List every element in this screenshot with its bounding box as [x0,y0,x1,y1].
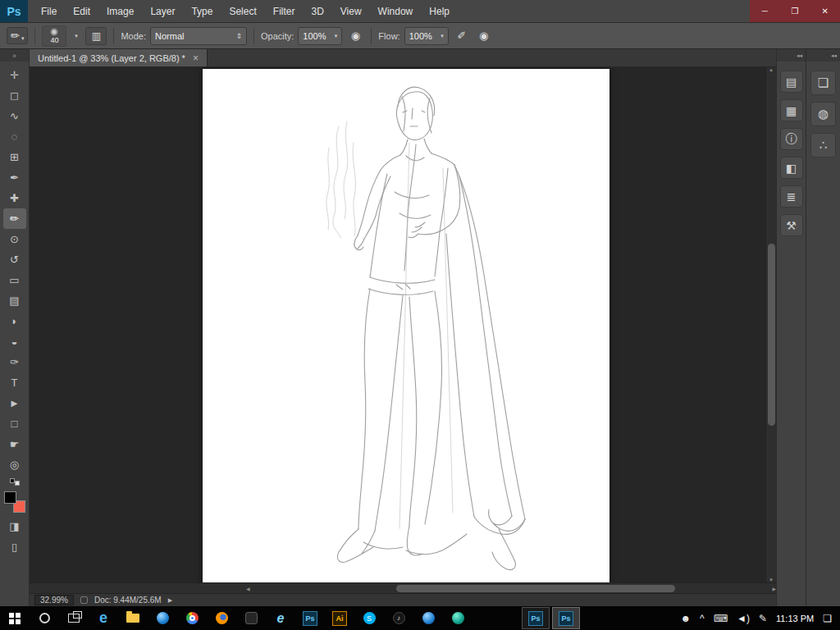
scroll-left-icon[interactable]: ◀ [246,586,250,591]
rectangle-tool[interactable]: □ [3,413,26,434]
menu-help[interactable]: Help [421,0,458,23]
tab-close-button[interactable]: × [193,52,199,64]
menu-layer[interactable]: Layer [142,0,183,23]
flow-dropdown[interactable]: 100% ▾ [404,27,449,45]
firefox-button[interactable] [207,606,236,630]
menu-image[interactable]: Image [98,0,142,23]
status-options-arrow[interactable]: ▶ [168,597,172,604]
horizontal-scrollbar[interactable]: ◀ ▶ [30,582,776,593]
pressure-opacity-icon: ◉ [351,30,360,42]
music-app-button[interactable]: ♪ [384,606,413,630]
pinned-app-button[interactable] [413,606,443,630]
document-tab[interactable]: Untitled-1 @ 33% (Layer 2, RGB/8) * × [30,49,208,66]
channels-panel-button[interactable]: ◍ [810,102,836,126]
eraser-tool[interactable]: ▭ [3,270,26,290]
gradient-tool[interactable]: ▤ [3,290,26,311]
menu-edit[interactable]: Edit [65,0,98,23]
hidden-icons-chevron[interactable]: ^ [700,613,705,624]
dodge-tool[interactable]: ◒ [3,331,26,352]
pressure-opacity-button[interactable]: ◉ [346,30,364,42]
opacity-dropdown[interactable]: 100% ▾ [298,27,342,45]
restore-button[interactable]: ❐ [780,0,810,22]
menu-view[interactable]: View [332,0,370,23]
touch-keyboard-icon[interactable]: ⌨ [714,613,728,624]
action-center-icon[interactable]: ❏ [823,613,832,624]
tools-panel-collapse-button[interactable]: » [0,49,29,62]
histogram-panel-button[interactable]: ◧ [780,157,803,179]
blur-tool[interactable]: ◗ [3,311,26,331]
pinned-app-button[interactable] [148,606,177,630]
quick-mask-button[interactable]: ◨ [3,516,26,536]
menu-select[interactable]: Select [221,0,264,23]
vertical-scrollbar[interactable]: ▲ ▼ [765,67,776,582]
windows-ink-icon[interactable]: ✎ [759,613,767,624]
skype-button[interactable]: S [354,606,384,630]
task-view-button[interactable] [59,606,89,630]
paths-panel-button[interactable]: ∴ [810,133,836,158]
layers-panel-button[interactable]: ❏ [810,71,836,95]
volume-icon[interactable]: ◄) [737,613,750,624]
menu-filter[interactable]: Filter [265,0,304,23]
layer-comps-panel-button[interactable]: ≣ [780,185,803,208]
clone-stamp-tool[interactable]: ⊙ [3,229,26,249]
illustrator-pinned-button[interactable]: Ai [325,606,354,630]
people-icon[interactable]: ☻ [680,613,691,624]
pressure-size-button[interactable]: ◉ [475,30,493,42]
minimize-button[interactable]: ─ [750,0,780,22]
pinned-app-button[interactable] [236,606,266,630]
blue-app-icon [422,612,435,624]
pen-tool[interactable]: ✑ [3,352,26,372]
default-colors-icon[interactable] [10,478,20,486]
brush-tool[interactable]: ✏ [3,208,26,229]
skype-icon: S [363,612,376,624]
panel-expand-button[interactable]: ◂◂ [806,49,840,62]
info-panel-button[interactable]: ⓘ [780,128,803,150]
horizontal-scrollbar-thumb[interactable] [396,585,675,592]
tool-presets-panel-button[interactable]: ⚒ [780,214,803,236]
menu-type[interactable]: Type [183,0,221,23]
airbrush-button[interactable]: ✐ [453,30,471,42]
path-selection-tool[interactable]: ► [3,393,26,413]
brush-picker-caret[interactable]: ▾ [71,33,81,39]
internet-explorer-button[interactable]: e [266,606,295,630]
clock[interactable]: 11:13 PM [776,614,814,623]
vertical-scrollbar-thumb[interactable] [768,244,775,426]
hand-tool[interactable]: ☛ [3,434,26,454]
edge-button[interactable]: e [89,606,118,630]
swatches-panel-button[interactable]: ▦ [780,99,803,121]
chrome-button[interactable] [177,606,207,630]
search-button[interactable] [30,606,59,630]
rectangular-marquee-tool[interactable]: ◻ [3,85,26,106]
photoshop-window-button-2[interactable]: Ps [552,607,580,629]
panel-expand-button[interactable]: ◂◂ [777,49,806,62]
tool-preset-picker[interactable]: ✏ ▾ [7,27,28,44]
menu-window[interactable]: Window [370,0,422,23]
start-button[interactable] [0,606,30,630]
scroll-down-icon[interactable]: ▼ [769,578,774,582]
menu-3d[interactable]: 3D [303,0,331,23]
crop-tool[interactable]: ⊞ [3,147,26,167]
screen-mode-button[interactable]: ▯ [3,536,26,557]
photoshop-pinned-button[interactable]: Ps [295,606,325,630]
eyedropper-tool[interactable]: ✒ [3,167,26,188]
pinned-app-button[interactable] [443,606,472,630]
zoom-level-field[interactable]: 32.99% [34,595,74,605]
lasso-tool[interactable]: ∿ [3,106,26,126]
move-tool[interactable]: ✛ [3,65,26,85]
blend-mode-dropdown[interactable]: Normal ⇕ [150,27,247,45]
brush-panel-toggle-button[interactable]: ▥ [85,27,107,45]
canvas[interactable] [203,69,609,582]
foreground-color-swatch[interactable] [4,491,16,504]
close-button[interactable]: ✕ [810,0,840,22]
quick-selection-tool[interactable]: ◌ [3,126,26,147]
brush-size-picker[interactable]: 40 [42,25,66,47]
history-brush-tool[interactable]: ↺ [3,249,26,270]
file-explorer-button[interactable] [118,606,148,630]
scroll-up-icon[interactable]: ▲ [769,67,774,72]
menu-file[interactable]: File [33,0,65,23]
brush-presets-panel-button[interactable]: ▤ [780,71,803,93]
photoshop-window-button-1[interactable]: Ps [522,607,550,629]
zoom-tool[interactable]: ◎ [3,454,26,475]
type-tool[interactable]: T [3,372,26,393]
spot-healing-brush-tool[interactable]: ✚ [3,188,26,208]
